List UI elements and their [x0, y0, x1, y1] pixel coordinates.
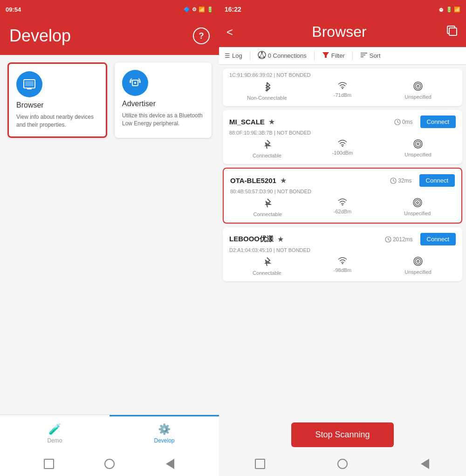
- left-system-nav: [0, 452, 219, 476]
- right-status-icons: ⏰ 🔋 📶: [438, 7, 460, 13]
- lebooo-prop-type: Unspecified: [380, 257, 456, 276]
- ota-prop-type: Unspecified: [380, 198, 455, 217]
- mi-scale-prop-signal: -100dBm: [305, 139, 380, 158]
- ota-mac: 80:4B:50:57:D3:90 | NOT BONDED: [230, 189, 455, 194]
- ota-wifi-icon: [337, 198, 348, 208]
- lebooo-wifi-icon: [337, 257, 348, 266]
- lebooo-prop-bt: Connectable: [229, 257, 305, 276]
- develop-tab-label: Develop: [154, 437, 174, 444]
- alarm-icon: ⚙: [192, 7, 197, 13]
- log-toolbar-item[interactable]: ☰ Log: [225, 52, 242, 59]
- left-content: Browser View info about nearby devices a…: [0, 55, 219, 415]
- sort-icon: [360, 51, 368, 60]
- svg-point-19: [342, 88, 343, 89]
- stop-scanning-button[interactable]: Stop Scanning: [291, 422, 394, 447]
- mi-scale-star: ★: [268, 117, 275, 126]
- help-icon[interactable]: ?: [193, 27, 210, 44]
- ota-target-icon: [413, 198, 422, 210]
- svg-point-42: [415, 258, 421, 264]
- right-square-btn[interactable]: [254, 458, 266, 469]
- svg-point-33: [342, 204, 343, 206]
- ota-time: 32ms: [390, 177, 411, 184]
- ota-header: OTA-BLE5201 ★ 32ms Connect: [230, 174, 455, 187]
- partial-device-mac: 1C:91:9D:86:39:02 | NOT BONDED: [229, 72, 456, 78]
- connections-toolbar-item[interactable]: 0 Connections: [258, 51, 307, 61]
- left-circle-btn[interactable]: [104, 458, 115, 469]
- svg-point-40: [342, 263, 343, 265]
- bluetooth-status-icon: 🔷: [184, 7, 190, 13]
- ota-connect-button[interactable]: Connect: [419, 174, 455, 187]
- partial-prop-type: Unspecified: [380, 82, 456, 101]
- svg-point-21: [415, 83, 421, 89]
- connections-label: 0 Connections: [268, 52, 307, 59]
- svg-point-36: [417, 202, 418, 204]
- svg-line-39: [388, 239, 390, 240]
- lebooo-connect-button[interactable]: Connect: [420, 233, 456, 245]
- ota-prop-signal-label: -62dBm: [334, 209, 352, 214]
- svg-point-28: [415, 141, 421, 147]
- left-time: 09:54: [6, 6, 21, 13]
- toolbar-divider-2: [314, 51, 315, 61]
- lebooo-prop-bt-label: Connectable: [253, 270, 281, 276]
- mi-scale-mac: 88:0F:10:9E:3B:7B | NOT BONDED: [229, 130, 456, 136]
- back-button[interactable]: <: [226, 26, 233, 39]
- right-header-left: <: [226, 26, 233, 39]
- tab-demo[interactable]: 🧪 Demo: [0, 415, 110, 452]
- lebooo-star: ★: [277, 235, 284, 244]
- device-card-ota-ble5201[interactable]: OTA-BLE5201 ★ 32ms Connect 80:4B:50:57:D…: [223, 168, 462, 224]
- tab-develop[interactable]: ⚙️ Develop: [110, 415, 219, 452]
- browser-card[interactable]: Browser View info about nearby devices a…: [7, 62, 107, 138]
- sort-toolbar-item[interactable]: Sort: [360, 51, 381, 60]
- ota-bluetooth-icon: [263, 198, 272, 211]
- mi-scale-wifi-icon: [337, 139, 348, 149]
- advertiser-card-title: Advertiser: [122, 100, 204, 108]
- svg-marker-15: [322, 52, 329, 58]
- left-header: Develop ?: [0, 19, 219, 55]
- svg-line-32: [393, 181, 395, 182]
- lebooo-bluetooth-icon: [263, 257, 271, 269]
- right-time: 16:22: [225, 6, 241, 13]
- log-label: Log: [232, 52, 242, 59]
- right-circle-btn[interactable]: [337, 458, 348, 469]
- partial-device-props: Non-Connectable -71dBm: [229, 82, 456, 101]
- target-icon: [413, 82, 423, 93]
- bluetooth-icon: [263, 82, 271, 94]
- left-triangle-btn[interactable]: [164, 458, 176, 469]
- lebooo-prop-signal-label: -98dBm: [334, 267, 352, 273]
- mi-scale-props: Connectable -100dBm: [229, 139, 456, 158]
- connections-icon: [258, 51, 266, 61]
- layers-icon[interactable]: [445, 24, 459, 40]
- svg-point-26: [342, 146, 343, 147]
- partial-device-card[interactable]: 1C:91:9D:86:39:02 | NOT BONDED Non-Conne…: [223, 68, 462, 106]
- left-status-bar: 09:54 🔷 ⚙ 📶 🔋: [0, 0, 219, 19]
- mi-scale-prop-bt-label: Connectable: [253, 153, 281, 158]
- mi-scale-prop-signal-label: -100dBm: [332, 150, 353, 156]
- advertiser-card[interactable]: Advertiser Utilize this device as a Blue…: [115, 62, 212, 138]
- battery-icon: 🔋: [207, 7, 213, 13]
- mi-scale-header: MI_SCALE ★ 0ms Connect: [229, 116, 456, 128]
- left-square-btn[interactable]: [43, 458, 55, 469]
- device-card-mi-scale[interactable]: MI_SCALE ★ 0ms Connect 88:0F:10:9E:3B:7B…: [223, 110, 462, 164]
- sort-label: Sort: [370, 52, 381, 59]
- develop-tab-icon: ⚙️: [158, 423, 171, 435]
- lebooo-props: Connectable -98dBm: [229, 257, 456, 276]
- svg-point-29: [417, 143, 419, 145]
- left-app-title: Develop: [9, 26, 71, 46]
- stop-scan-area: Stop Scanning: [219, 417, 466, 452]
- device-card-lebooo[interactable]: LEBOOO优漾 ★ 2012ms Connect D2:A1:04:03:45…: [223, 227, 462, 281]
- right-triangle-btn[interactable]: [419, 458, 431, 469]
- lebooo-time-value: 2012ms: [393, 236, 413, 243]
- right-battery-icon: 🔋: [446, 7, 452, 13]
- filter-toolbar-item[interactable]: Filter: [322, 51, 345, 60]
- left-status-icons: 🔷 ⚙ 📶 🔋: [184, 7, 213, 13]
- ota-star: ★: [280, 176, 287, 185]
- demo-tab-label: Demo: [47, 437, 62, 444]
- filter-label: Filter: [331, 52, 345, 59]
- svg-point-9: [261, 52, 263, 54]
- ota-props: Connectable -62dBm: [230, 198, 455, 217]
- svg-point-22: [417, 85, 419, 87]
- browser-card-title: Browser: [16, 101, 98, 109]
- mi-scale-connect-button[interactable]: Connect: [420, 116, 456, 128]
- partial-prop-bluetooth: Non-Connectable: [229, 82, 305, 101]
- toolbar-divider-3: [352, 51, 353, 61]
